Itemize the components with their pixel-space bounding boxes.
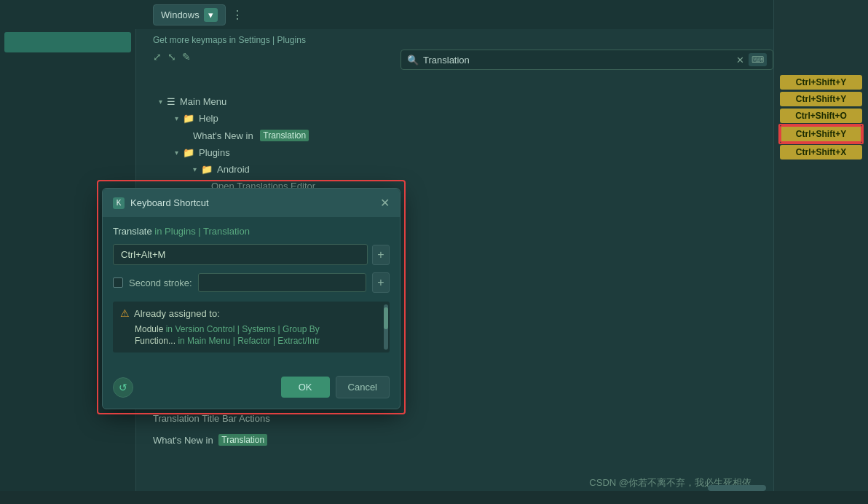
warning-section: ⚠ Already assigned to: Module in Version… <box>113 302 390 353</box>
cancel-button[interactable]: Cancel <box>336 376 390 398</box>
second-stroke-input[interactable] <box>198 273 366 292</box>
tree-item-help[interactable]: ▾ 📁 Help <box>153 110 773 127</box>
translation-highlight: Translation <box>260 130 309 141</box>
collapse-icon[interactable]: ⤡ <box>167 51 176 63</box>
horizontal-scrollbar[interactable] <box>708 485 766 491</box>
folder-icon: 📁 <box>201 164 213 175</box>
shortcut-input-row: Ctrl+Alt+M + <box>113 244 390 265</box>
dialog-body: Translate in Plugins | Translation Ctrl+… <box>103 217 400 370</box>
tree-item-label: Android <box>217 164 250 175</box>
warning-scrollbar-thumb <box>384 307 388 329</box>
warning-bold-1: Module <box>135 324 163 334</box>
add-shortcut-button[interactable]: + <box>372 245 390 265</box>
tree-item-title-bar[interactable]: Translation Title Bar Actions <box>153 413 270 424</box>
chevron-icon: ▾ <box>159 98 162 106</box>
tree-item-whatsnew[interactable]: What's New in Translation <box>153 127 773 144</box>
shortcut-badge-5: Ctrl+Shift+X <box>780 145 862 160</box>
tree-item-label: Help <box>199 113 218 124</box>
shortcut-input[interactable]: Ctrl+Alt+M <box>113 244 368 265</box>
chevron-icon: ▾ <box>175 149 178 157</box>
tree-item-label: What's New in <box>193 130 256 141</box>
keyboard-shortcut-dialog: K Keyboard Shortcut ✕ Translate in Plugi… <box>102 188 401 409</box>
sidebar-selected-item[interactable] <box>4 32 131 52</box>
tree-item-label: Plugins <box>199 147 230 158</box>
second-stroke-checkbox[interactable] <box>113 277 123 288</box>
warning-icon: ⚠ <box>120 307 130 319</box>
clear-search-icon[interactable]: ✕ <box>736 55 744 66</box>
warning-title: ⚠ Already assigned to: <box>120 307 382 319</box>
dropdown-arrow-icon: ▾ <box>204 8 218 22</box>
tree-item-main-menu[interactable]: ▾ ☰ Main Menu <box>153 93 773 110</box>
dialog-footer: ↺ OK Cancel <box>103 370 400 409</box>
dialog-title-left: K Keyboard Shortcut <box>113 197 209 209</box>
warning-link-1: in Version Control | Systems | Group By <box>166 324 320 334</box>
expand-icon[interactable]: ⤢ <box>153 51 162 63</box>
shortcut-badge-highlighted: Ctrl+Shift+Y <box>780 125 862 143</box>
ok-button[interactable]: OK <box>281 377 330 398</box>
warning-item-1[interactable]: Module in Version Control | Systems | Gr… <box>120 323 382 335</box>
second-stroke-row: Second stroke: + <box>113 272 390 293</box>
tree-item-plugins[interactable]: ▾ 📁 Plugins <box>153 144 773 161</box>
chevron-icon: ▾ <box>175 114 178 122</box>
dialog-titlebar: K Keyboard Shortcut ✕ <box>103 189 400 217</box>
chevron-icon: ▾ <box>193 165 197 173</box>
tree-item-label: Main Menu <box>180 96 226 107</box>
warning-item-2[interactable]: Function... in Main Menu | Refactor | Ex… <box>120 335 382 347</box>
warning-link-2: in Main Menu | Refactor | Extract/Intr <box>178 336 320 346</box>
menu-icon: ☰ <box>167 96 175 107</box>
add-second-stroke-button[interactable]: + <box>372 272 390 293</box>
rollback-button[interactable]: ↺ <box>113 377 133 398</box>
warning-title-text: Already assigned to: <box>134 308 220 319</box>
dialog-subtitle: Translate in Plugins | Translation <box>113 226 390 237</box>
shortcut-value: Ctrl+Alt+M <box>121 249 165 260</box>
tree-item-label: Translation Title Bar Actions <box>153 413 270 424</box>
right-shortcuts-panel: Ctrl+Shift+Y Ctrl+Shift+Y Ctrl+Shift+O C… <box>773 0 868 504</box>
top-bar: Windows ▾ ⋮ <box>0 0 868 29</box>
folder-icon: 📁 <box>183 147 194 158</box>
second-stroke-label: Second stroke: <box>129 277 192 288</box>
bottom-status-bar <box>0 491 868 504</box>
shortcut-badge-3: Ctrl+Shift+O <box>780 109 862 123</box>
toolbar: ⤢ ⤡ ✎ <box>153 51 191 63</box>
windows-dropdown[interactable]: Windows ▾ <box>153 4 226 25</box>
dialog-app-icon: K <box>113 197 125 209</box>
shortcut-badge-1: Ctrl+Shift+Y <box>780 75 862 90</box>
keyboard-icon: ⌨ <box>749 53 767 66</box>
windows-label: Windows <box>161 9 200 20</box>
close-icon[interactable]: ✕ <box>380 196 390 210</box>
warning-bold-2: Function... <box>135 336 175 346</box>
translation-highlight-bottom: Translation <box>218 434 267 446</box>
settings-link-text: Get more keymaps in Settings | Plugins <box>153 35 306 45</box>
tree-item-label: What's New in <box>153 435 216 446</box>
search-text: Translation <box>423 55 732 66</box>
folder-icon: 📁 <box>183 113 194 124</box>
kebab-menu-icon[interactable]: ⋮ <box>232 8 243 22</box>
search-icon: 🔍 <box>407 55 419 66</box>
tree-item-android[interactable]: ▾ 📁 Android <box>153 161 773 178</box>
shortcut-badge-2: Ctrl+Shift+Y <box>780 92 862 106</box>
action-text: Translate <box>113 226 152 237</box>
footer-left: ↺ <box>113 377 275 398</box>
edit-icon[interactable]: ✎ <box>182 51 191 63</box>
breadcrumb-text: in Plugins | Translation <box>154 226 250 237</box>
search-bar: 🔍 Translation ✕ ⌨ <box>401 50 773 70</box>
warning-scrollbar[interactable] <box>384 304 388 350</box>
settings-bar: Get more keymaps in Settings | Plugins <box>153 29 306 51</box>
dialog-title: Keyboard Shortcut <box>130 197 209 208</box>
tree-item-whatsnew-bottom[interactable]: What's New in Translation <box>153 434 267 446</box>
